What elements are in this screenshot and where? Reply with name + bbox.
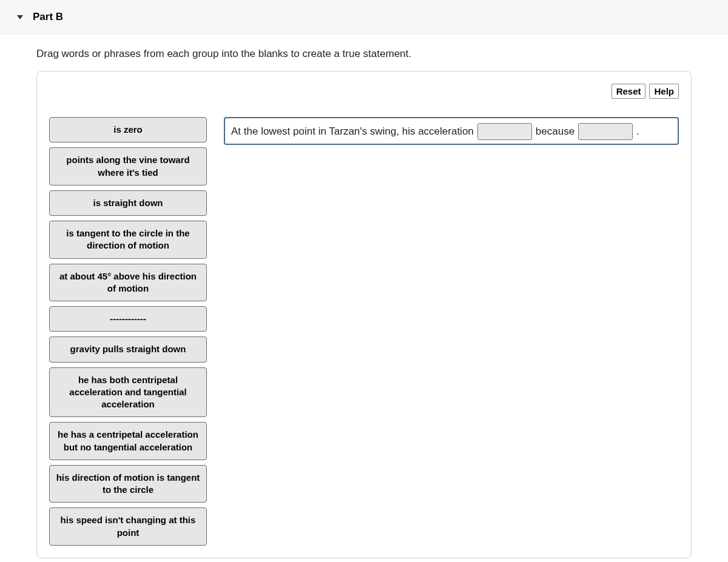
drag-tile[interactable]: is zero (49, 117, 207, 142)
sentence-connector: because (536, 125, 575, 138)
tiles-column: is zero points along the vine toward whe… (49, 117, 207, 546)
drag-tile[interactable]: gravity pulls straight down (49, 336, 207, 362)
drag-tile[interactable]: ------------ (49, 306, 207, 332)
blank-slot-1[interactable] (477, 123, 532, 140)
chevron-down-icon[interactable] (17, 15, 23, 19)
drag-tile[interactable]: he has both centripetal acceleration and… (49, 367, 207, 418)
drag-tile[interactable]: at about 45° above his direction of moti… (49, 264, 207, 302)
drag-tile[interactable]: is straight down (49, 190, 207, 216)
drag-tile[interactable]: his direction of motion is tangent to th… (49, 465, 207, 503)
exercise-card: Reset Help is zero points along the vine… (36, 71, 692, 558)
drag-tile[interactable]: points along the vine toward where it's … (49, 147, 207, 186)
sentence-text: At the lowest point in Tarzan's swing, h… (231, 125, 474, 138)
instructions-text: Drag words or phrases from each group in… (0, 35, 728, 71)
reset-button[interactable]: Reset (612, 84, 646, 99)
sentence-end: . (636, 125, 639, 138)
drag-tile[interactable]: is tangent to the circle in the directio… (49, 221, 207, 259)
drag-tile[interactable]: he has a centripetal acceleration but no… (49, 422, 207, 460)
sentence-drop-area: At the lowest point in Tarzan's swing, h… (224, 117, 679, 145)
controls-row: Reset Help (49, 84, 679, 99)
section-header[interactable]: Part B (0, 0, 728, 35)
drag-tile[interactable]: his speed isn't changing at this point (49, 507, 207, 546)
help-button[interactable]: Help (649, 84, 679, 99)
part-title: Part B (33, 11, 63, 23)
blank-slot-2[interactable] (578, 123, 633, 140)
main-row: is zero points along the vine toward whe… (49, 117, 679, 546)
